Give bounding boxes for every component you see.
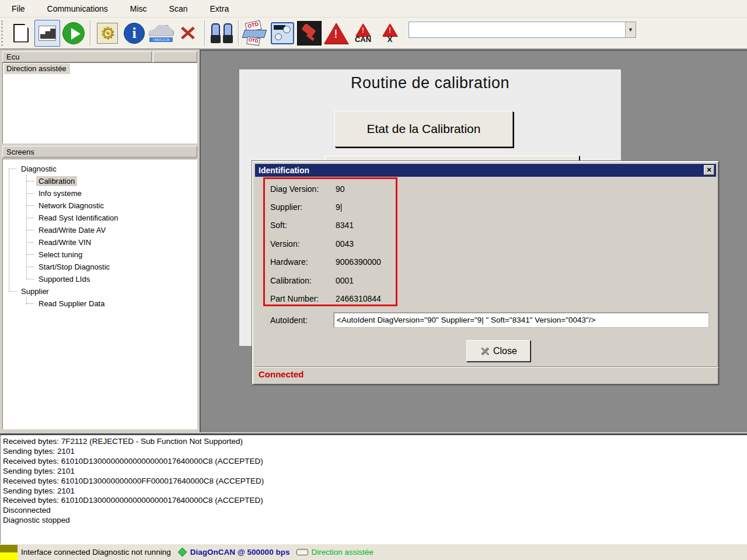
screens-tree: Diagnostic Calibration Info systeme Netw… xyxy=(2,159,197,429)
field-hardware: Hardware:9006390000 xyxy=(270,253,381,271)
toolbar-separator xyxy=(90,20,91,46)
can-warning-label: CAN xyxy=(355,36,371,43)
dialog-status-strip: Connected xyxy=(255,366,718,382)
delete-button[interactable]: ✕ xyxy=(174,19,201,47)
identification-fields: Diag Version:90 Supplier:9| Soft:8341 Ve… xyxy=(270,180,381,308)
screens-header: Screens xyxy=(2,146,197,158)
run-button[interactable] xyxy=(60,19,87,47)
steps-button[interactable] xyxy=(34,20,60,47)
toolbar-separator xyxy=(204,20,205,46)
tree-item-info-systeme[interactable]: Info systeme xyxy=(3,187,197,200)
warning-icon xyxy=(324,23,348,44)
field-supplier: Supplier:9| xyxy=(270,198,381,216)
tree-item-supplier[interactable]: Supplier xyxy=(3,285,197,298)
protocol-status-text: DiagOnCAN @ 500000 bps xyxy=(190,548,290,556)
close-button-label: Close xyxy=(493,346,517,356)
info-icon: i xyxy=(124,23,145,44)
log-line: Received bytes: 61010D130000000000000000… xyxy=(3,496,745,506)
toolbar-combobox[interactable]: ▼ xyxy=(409,22,636,38)
red-x-icon: ✕ xyxy=(179,23,197,43)
ecu-list: Direction assistée xyxy=(2,62,197,144)
can-warning-button[interactable]: CAN xyxy=(350,19,376,47)
autoident-input[interactable] xyxy=(334,313,708,327)
log-line: Diagnostic stopped xyxy=(3,516,745,526)
toolbar-separator xyxy=(238,20,239,46)
car-icon: I-SBJC12-29 xyxy=(148,24,174,42)
plug-button[interactable] xyxy=(296,19,323,47)
etat-calibration-button[interactable]: Etat de la Calibration xyxy=(334,111,513,147)
field-diag-version: Diag Version:90 xyxy=(270,180,381,198)
connector-icon xyxy=(296,549,308,555)
combobox-field[interactable] xyxy=(409,22,625,37)
menu-communications[interactable]: Communications xyxy=(45,2,110,15)
steps-icon xyxy=(39,26,56,41)
menu-bar: File Communications Misc Scan Extra xyxy=(0,0,747,18)
active-ecu-text: Direction assistée xyxy=(311,548,374,556)
tree-item-select-tuning[interactable]: Select tuning xyxy=(3,249,197,261)
new-document-button[interactable] xyxy=(8,19,34,47)
tree-item-calibration[interactable]: Calibration xyxy=(3,175,197,187)
tree-item-read-supplier-data[interactable]: Read Supplier Data xyxy=(3,298,197,310)
tree-item-read-syst-identification[interactable]: Read Syst Identification xyxy=(3,212,197,224)
field-version: Version:0043 xyxy=(270,235,381,253)
ecu-column-header[interactable]: Ecu xyxy=(2,51,152,62)
log-line: Sending bytes: 2101 xyxy=(3,487,745,496)
connection-diamond-icon xyxy=(177,548,187,557)
binoculars-icon xyxy=(211,23,233,43)
combobox-dropdown-arrow[interactable]: ▼ xyxy=(625,22,636,37)
tree-item-supported-lids[interactable]: Supported LIds xyxy=(3,273,197,285)
field-soft: Soft:8341 xyxy=(270,216,381,235)
control-panel-button[interactable] xyxy=(269,19,296,47)
menu-scan[interactable]: Scan xyxy=(167,2,190,15)
interface-status-text: Interface connected Diagnostic not runni… xyxy=(21,548,171,556)
log-line: Disconnected xyxy=(3,506,745,516)
log-line: Sending bytes: 2101 xyxy=(3,467,745,477)
tree-item-network-diagnostic[interactable]: Network Diagnostic xyxy=(3,200,197,212)
status-bar: Interface connected Diagnostic not runni… xyxy=(0,544,747,560)
obd-connector-button[interactable]: OTDOTD xyxy=(242,19,269,47)
tree-item-read-write-date-av[interactable]: Read/Write Date AV xyxy=(3,224,197,236)
tree-connector xyxy=(26,175,27,279)
tree-item-start-stop-diagnostic[interactable]: Start/Stop Diagnostic xyxy=(3,261,197,273)
search-button[interactable] xyxy=(208,19,235,47)
x-warning-button[interactable]: X xyxy=(376,19,403,47)
obd-connector-icon: OTDOTD xyxy=(243,22,268,45)
dialog-close-icon[interactable]: ✕ xyxy=(704,165,714,175)
log-line: Received bytes: 61010D130000000000FF0000… xyxy=(3,477,745,487)
info-button[interactable]: i xyxy=(121,19,148,47)
autoident-label: AutoIdent: xyxy=(270,313,308,327)
log-line: Sending bytes: 2101 xyxy=(3,447,745,457)
x-warning-label: X xyxy=(388,36,393,43)
log-line: Received bytes: 61010D130000000000000000… xyxy=(3,457,745,467)
tree-connector xyxy=(9,169,9,291)
tree-connector xyxy=(26,298,27,304)
tree-item-read-write-vin[interactable]: Read/Write VIN xyxy=(3,236,197,249)
dialog-titlebar[interactable]: Identification ✕ xyxy=(255,164,716,177)
toolbar: ⚙ i I-SBJC12-29 ✕ OTDOTD CAN X ▼ xyxy=(0,18,747,50)
new-document-icon xyxy=(13,24,29,43)
menu-misc[interactable]: Misc xyxy=(128,2,149,15)
field-calibration: Calibration:0001 xyxy=(270,271,381,289)
warning-button[interactable] xyxy=(323,19,350,47)
identification-dialog: Identification ✕ Diag Version:90 Supplie… xyxy=(252,161,719,385)
menu-file[interactable]: File xyxy=(9,2,27,15)
close-button[interactable]: ✕ Close xyxy=(466,340,530,362)
tree-item-diagnostic[interactable]: Diagnostic xyxy=(3,163,197,175)
screen-title: Routine de calibration xyxy=(239,74,621,92)
ecu-column-header-empty[interactable] xyxy=(153,51,197,62)
ecu-list-item[interactable]: Direction assistée xyxy=(4,64,70,74)
plug-icon xyxy=(297,21,322,46)
play-icon xyxy=(62,22,85,44)
close-x-icon: ✕ xyxy=(480,345,490,357)
vehicle-button[interactable]: I-SBJC12-29 xyxy=(148,19,174,47)
x-warning-icon xyxy=(382,23,397,36)
gear-icon: ⚙ xyxy=(97,23,118,44)
menu-extra[interactable]: Extra xyxy=(208,2,232,15)
interface-status-indicator xyxy=(0,545,18,560)
settings-button[interactable]: ⚙ xyxy=(94,19,121,47)
ecu-list-header: Ecu xyxy=(2,51,197,62)
application-window: File Communications Misc Scan Extra ⚙ i … xyxy=(0,0,747,560)
connected-status: Connected xyxy=(259,369,304,379)
toolbar-grip xyxy=(1,20,6,46)
can-warning-icon xyxy=(355,23,371,36)
